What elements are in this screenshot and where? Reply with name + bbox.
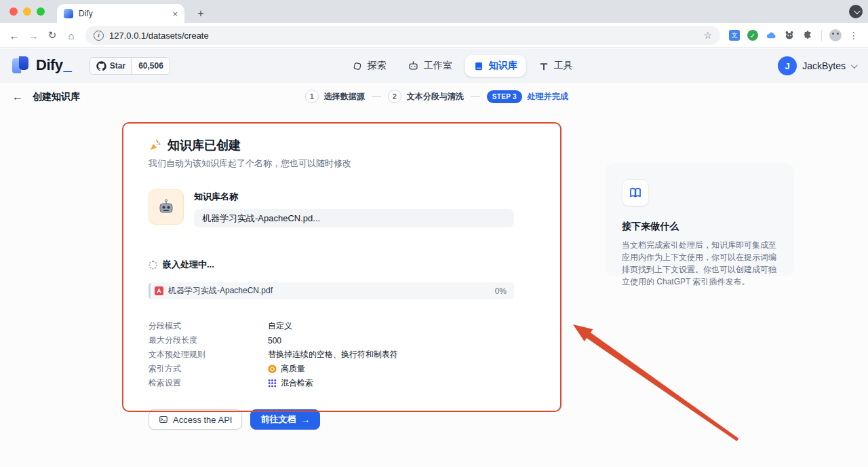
chevron-down-icon (853, 7, 860, 14)
bookmark-star-icon[interactable]: ☆ (703, 30, 712, 41)
setting-row-segmentation-mode: 分段模式 自定义 (149, 319, 514, 333)
setting-value: 自定义 (268, 320, 292, 332)
step-1-label: 选择数据源 (324, 91, 365, 102)
embedding-file-row: 机器学习实战-ApacheCN.pdf 0% (149, 282, 514, 299)
extensions-puzzle-icon[interactable] (802, 29, 814, 41)
page-header: ← 创建知识库 (12, 91, 80, 103)
step-1: 1 选择数据源 (305, 90, 365, 103)
url-bar[interactable]: i 127.0.0.1/datasets/create ☆ (85, 26, 720, 45)
browser-toolbar: ← → ↻ ⌂ i 127.0.0.1/datasets/create ☆ 文 … (0, 23, 868, 48)
dataset-name-input[interactable]: 机器学习实战-ApacheCN.pd... (194, 209, 514, 227)
dataset-name-label: 知识库名称 (194, 189, 514, 203)
setting-value-text: 混合检索 (281, 377, 313, 389)
nav-label: 工具 (554, 60, 573, 72)
setting-value: 500 (268, 336, 281, 345)
card-actions: Access the API 前往文档 → (149, 409, 514, 430)
profile-avatar-icon (829, 29, 842, 41)
explore-icon (353, 61, 363, 71)
browser-profile-avatar[interactable] (829, 29, 842, 41)
forward-button[interactable]: → (24, 26, 42, 44)
home-button[interactable]: ⌂ (62, 26, 80, 44)
url-text[interactable]: 127.0.0.1/datasets/create (109, 31, 698, 41)
window-controls (9, 7, 45, 16)
whats-next-title: 接下来做什么 (622, 221, 778, 233)
pdf-file-icon (155, 286, 163, 295)
setting-label: 分段模式 (149, 320, 268, 332)
access-api-button[interactable]: Access the API (149, 409, 242, 430)
dataset-created-card: 知识库已创建 我们自动为该知识库起了个名称，您也可以随时修改 知识库名称 机器学… (122, 122, 561, 412)
app-header: Dify_ Star 60,506 探索 工作室 知识库 工具 J JackBy… (0, 49, 868, 83)
step-divider (372, 96, 381, 97)
reload-button[interactable]: ↻ (43, 26, 61, 44)
extension-icons: 文 ✓ ⋮ (726, 29, 863, 41)
adblock-extension-icon[interactable]: ✓ (747, 29, 759, 41)
github-icon (96, 61, 106, 71)
step-2: 2 文本分段与清洗 (388, 90, 464, 103)
user-avatar: J (778, 56, 797, 75)
setting-label: 索引方式 (149, 363, 268, 375)
site-info-icon[interactable]: i (94, 31, 104, 41)
window-minimize-button[interactable] (23, 7, 31, 16)
nav-label: 知识库 (489, 60, 517, 72)
go-to-docs-button[interactable]: 前往文档 → (250, 409, 320, 430)
cloud-extension-icon[interactable] (765, 29, 777, 41)
browser-tab[interactable]: Dify × (57, 4, 184, 23)
user-menu[interactable]: J JackBytes (778, 56, 856, 75)
embedding-status-row: 嵌入处理中... (149, 259, 514, 271)
window-zoom-button[interactable] (37, 7, 45, 16)
step-2-label: 文本分段与清洗 (407, 91, 464, 102)
settings-summary: 分段模式 自定义 最大分段长度 500 文本预处理规则 替换掉连续的空格、换行符… (149, 319, 514, 390)
go-to-docs-label: 前往文档 (260, 413, 296, 426)
nav-item-tools[interactable]: 工具 (530, 55, 582, 77)
setting-label: 最大分段长度 (149, 335, 268, 346)
setting-row-index-mode: 索引方式 高质量 (149, 362, 514, 376)
dataset-icon-box (149, 189, 184, 225)
github-star-widget[interactable]: Star 60,506 (90, 57, 170, 75)
card-title: 知识库已创建 (167, 137, 241, 153)
setting-value-text: 高质量 (281, 363, 305, 375)
main-nav: 探索 工作室 知识库 工具 (344, 55, 582, 77)
nav-item-explore[interactable]: 探索 (344, 55, 395, 77)
setting-row-preprocess-rules: 文本预处理规则 替换掉连续的空格、换行符和制表符 (149, 348, 514, 362)
user-name: JackBytes (802, 60, 846, 71)
step-2-number: 2 (388, 90, 401, 103)
loading-spinner-icon (149, 261, 157, 269)
file-progress: 0% (495, 286, 507, 296)
setting-label: 检索设置 (149, 377, 268, 389)
tab-search-button[interactable] (849, 5, 863, 18)
nav-item-studio[interactable]: 工作室 (399, 55, 461, 77)
back-button[interactable]: ← (5, 26, 23, 44)
access-api-label: Access the API (173, 415, 232, 425)
toolbar-divider (821, 30, 822, 41)
step-3-badge: STEP 3 (487, 90, 522, 103)
whats-next-body: 当文档完成索引处理后，知识库即可集成至应用内作为上下文使用，你可以在提示词编排页… (622, 239, 778, 288)
robot-icon (408, 60, 419, 71)
dataset-name-section: 知识库名称 机器学习实战-ApacheCN.pd... (149, 189, 514, 227)
animal-icon (784, 30, 795, 41)
new-tab-button[interactable]: + (193, 5, 209, 22)
high-quality-gem-icon (268, 365, 277, 373)
github-star-label: Star (110, 61, 125, 71)
file-name: 机器学习实战-ApacheCN.pdf (168, 285, 490, 297)
dify-logo[interactable]: Dify_ (12, 56, 72, 75)
nav-label: 探索 (368, 60, 387, 72)
setting-row-retrieval: 检索设置 混合检索 (149, 376, 514, 390)
setting-row-max-length: 最大分段长度 500 (149, 333, 514, 348)
animal-extension-icon[interactable] (783, 29, 795, 41)
book-icon-box (622, 179, 649, 206)
step-1-number: 1 (305, 90, 319, 103)
step-3: STEP 3 处理并完成 (487, 90, 568, 103)
open-book-icon (629, 186, 642, 200)
tab-close-icon[interactable]: × (172, 9, 178, 19)
browser-tab-strip: Dify × + (0, 0, 868, 23)
back-arrow-icon[interactable]: ← (12, 91, 23, 103)
window-close-button[interactable] (9, 7, 18, 16)
embedding-status-text: 嵌入处理中... (163, 259, 214, 271)
tab-title: Dify (79, 9, 167, 18)
hybrid-search-grid-icon (268, 379, 277, 388)
chevron-down-icon (851, 62, 858, 69)
translate-extension-icon[interactable]: 文 (728, 29, 741, 41)
nav-item-knowledge[interactable]: 知识库 (465, 55, 526, 77)
browser-menu-button[interactable]: ⋮ (848, 29, 860, 41)
logo-suffix: _ (64, 56, 72, 73)
